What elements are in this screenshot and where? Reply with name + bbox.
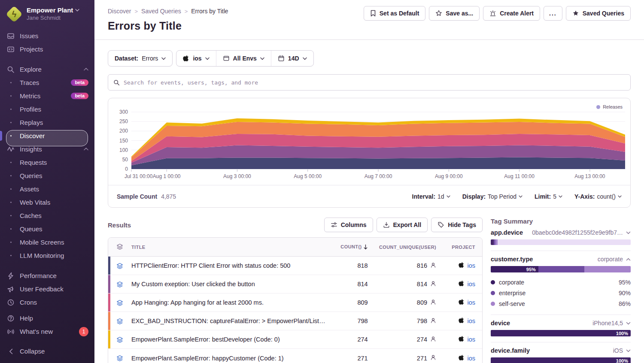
sliders-icon (331, 221, 337, 228)
svg-text:Jul 31 00:00: Jul 31 00:00 (125, 173, 153, 179)
sidebar-item-user-feedback[interactable]: User Feedback (0, 282, 94, 296)
display-selector[interactable]: Display: Top Period (462, 193, 522, 200)
set-as-default-button[interactable]: Set as Default (364, 6, 426, 21)
tag-facet-self-serve[interactable]: self-serve 86% (491, 298, 631, 309)
save-as-button[interactable]: Save as... (429, 6, 480, 21)
project-link[interactable]: ios (467, 355, 475, 362)
project-link[interactable]: ios (467, 318, 475, 324)
search-input[interactable] (124, 79, 625, 86)
beta-badge: beta (71, 79, 88, 86)
layers-icon (116, 262, 123, 269)
tag-distribution-bar[interactable]: 100% (491, 330, 631, 336)
sidebar-item-replays[interactable]: Replays (0, 116, 94, 129)
sidebar-item-llm-monitoring[interactable]: LLM Monitoring (0, 249, 94, 262)
calendar-icon (278, 55, 285, 62)
saved-queries-button[interactable]: Saved Queries (566, 6, 631, 21)
apple-icon (459, 280, 465, 288)
tag-facet-corporate[interactable]: corporate 95% (491, 277, 631, 287)
apple-icon (459, 299, 465, 306)
bookmark-icon (370, 10, 376, 17)
tag-distribution-bar[interactable]: 95% (491, 266, 631, 272)
project-link[interactable]: ios (467, 299, 475, 306)
breadcrumb-discover[interactable]: Discover (108, 8, 131, 15)
issues-icon (6, 32, 15, 40)
project-link[interactable]: ios (467, 262, 475, 269)
sidebar-item-whats-new[interactable]: What's new 1 (0, 325, 94, 338)
tag-value-selector[interactable]: corporate (598, 256, 631, 263)
sidebar-item-discover[interactable]: Discover (0, 129, 94, 142)
interval-selector[interactable]: Interval: 1d (412, 193, 450, 200)
error-title-link[interactable]: App Hanging: App hanging for at least 20… (131, 299, 325, 306)
column-header-title[interactable]: TITLE (131, 238, 332, 257)
sidebar-item-requests[interactable]: Requests (0, 156, 94, 169)
sidebar-item-web-vitals[interactable]: Web Vitals (0, 196, 94, 209)
sidebar-group-insights[interactable]: Insights (0, 142, 94, 156)
table-row: EmpowerPlant.SampleError: happyCustomer … (108, 349, 482, 363)
sidebar-item-assets[interactable]: Assets (0, 182, 94, 196)
project-link[interactable]: ios (467, 281, 475, 287)
sidebar-group-explore[interactable]: Explore (0, 63, 94, 76)
sidebar-item-mobile-screens[interactable]: Mobile Screens (0, 236, 94, 249)
count-value: 798 (332, 312, 375, 330)
sidebar-item-crons[interactable]: Crons (0, 296, 94, 309)
sidebar-item-projects[interactable]: Projects (0, 42, 94, 56)
date-range-selector[interactable]: 14D (271, 51, 313, 66)
svg-text:Aug 1 00:00: Aug 1 00:00 (153, 173, 181, 179)
tag-distribution-bar[interactable]: 100% (491, 357, 631, 363)
breadcrumb-saved-queries[interactable]: Saved Queries (141, 8, 181, 15)
bar-percentage-label: 100% (616, 357, 628, 363)
sidebar-item-performance[interactable]: Performance (0, 269, 94, 282)
series-color-strip (108, 275, 110, 293)
tag-value-selector[interactable]: 0baebc0de4982f1255f2e9e9fb7… (532, 229, 631, 236)
column-header-count-unique[interactable]: COUNT_UNIQUE(USER) (375, 238, 443, 257)
tag-section-customer-type: customer.type corporate 95% corpor (491, 251, 631, 315)
create-alert-button[interactable]: Create Alert (483, 6, 540, 21)
projects-icon (6, 45, 15, 53)
column-header-count[interactable]: COUNT() (332, 238, 375, 257)
column-header-project[interactable]: PROJECT (443, 238, 482, 257)
sidebar-item-queues[interactable]: Queues (0, 222, 94, 236)
count-value: 271 (332, 349, 375, 363)
error-title-link[interactable]: EmpowerPlant.SampleError: happyCustomer … (131, 355, 325, 362)
more-options-button[interactable]: ... (544, 6, 562, 21)
org-switcher[interactable]: ϟ Empower Plant Jane Schmidt (0, 6, 94, 22)
tag-icon (437, 221, 444, 228)
bar-percentage-label: 95% (526, 266, 536, 272)
project-link[interactable]: ios (467, 336, 475, 343)
limit-selector[interactable]: Limit: 5 (535, 193, 562, 200)
tag-distribution-bar[interactable] (491, 239, 631, 245)
environment-selector[interactable]: All Envs (216, 51, 271, 66)
columns-button[interactable]: Columns (324, 218, 373, 232)
svg-text:0: 0 (125, 166, 128, 172)
tag-section-app-device: app.device 0baebc0de4982f1255f2e9e9fb7… (491, 227, 631, 251)
error-title-link[interactable]: EXC_BAD_INSTRUCTION: captureFatalError: … (131, 318, 325, 324)
export-all-button[interactable]: Export All (377, 218, 428, 232)
sidebar-item-caches[interactable]: Caches (0, 209, 94, 222)
error-title-link[interactable]: EmpowerPlant.SampleError: bestDeveloper … (131, 336, 325, 343)
svg-text:Aug 11 00:00: Aug 11 00:00 (504, 173, 535, 179)
tag-facet-enterprise[interactable]: enterprise 90% (491, 287, 631, 298)
lightning-icon (6, 272, 15, 280)
error-title-link[interactable]: My Custom exeption: User clicked the but… (131, 281, 325, 287)
sidebar-item-profiles[interactable]: Profiles (0, 103, 94, 116)
hide-tags-button[interactable]: Hide Tags (431, 218, 483, 232)
sidebar-collapse-button[interactable]: Collapse (0, 345, 94, 358)
svg-text:Aug 5 00:00: Aug 5 00:00 (294, 173, 322, 179)
layers-icon (116, 299, 123, 306)
sidebar-item-issues[interactable]: Issues (0, 29, 94, 42)
project-selector[interactable]: ios (176, 51, 216, 66)
star-filled-icon (572, 10, 579, 17)
sidebar-item-queries[interactable]: Queries (0, 169, 94, 182)
yaxis-selector[interactable]: Y-Axis: count() (574, 193, 622, 200)
table-row: EXC_BAD_INSTRUCTION: captureFatalError: … (108, 312, 482, 330)
legend-releases[interactable]: Releases (596, 104, 623, 109)
sidebar-item-help[interactable]: Help (0, 312, 94, 325)
tag-value-selector[interactable]: iOS (613, 347, 631, 354)
dataset-selector[interactable]: Dataset: Errors (108, 50, 173, 67)
error-title-link[interactable]: HTTPClientError: HTTP Client Error with … (131, 262, 325, 269)
table-row: EmpowerPlant.SampleError: bestDeveloper … (108, 330, 482, 349)
sidebar-item-metrics[interactable]: Metrics beta (0, 89, 94, 103)
tag-value-selector[interactable]: iPhone14,5 (592, 320, 631, 327)
apple-icon (459, 354, 465, 362)
sidebar-item-traces[interactable]: Traces beta (0, 76, 94, 89)
